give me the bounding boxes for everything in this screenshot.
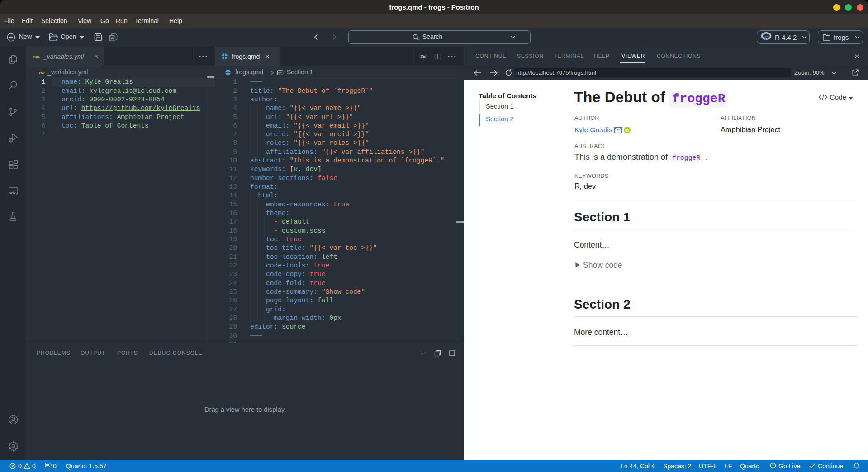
svg-text:YML: YML <box>38 71 46 75</box>
svg-text:R: R <box>764 34 769 41</box>
svg-text:iD: iD <box>625 129 629 133</box>
svg-text:YML: YML <box>33 55 40 58</box>
